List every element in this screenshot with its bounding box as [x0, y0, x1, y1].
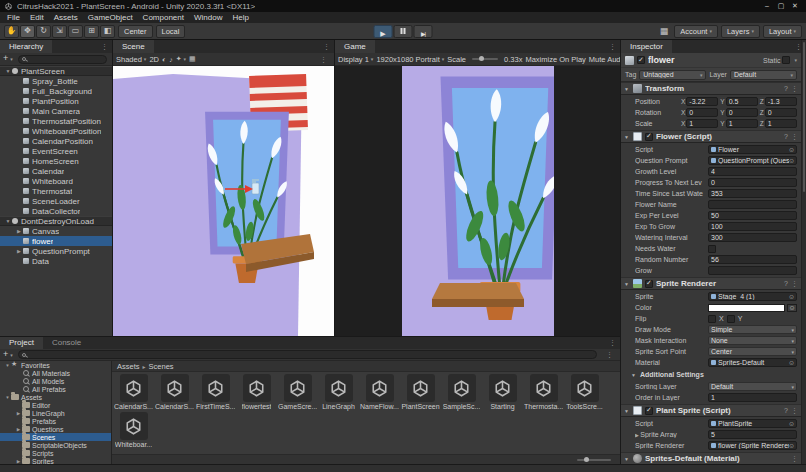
foldout-arrow-icon[interactable]: ▼ — [4, 363, 11, 368]
asset-tile[interactable]: LineGraph — [319, 374, 358, 411]
property-checkbox[interactable] — [708, 245, 716, 253]
project-menu-icon[interactable] — [602, 348, 617, 361]
plant-sprite-header[interactable]: ▼ Plant Sprite (Script) ?⋮ — [621, 404, 801, 417]
hierarchy-item[interactable]: Main Camera — [0, 106, 112, 116]
hierarchy-item[interactable]: Whiteboard — [0, 176, 112, 186]
tag-dropdown[interactable]: Untagged — [639, 70, 706, 80]
pause-button[interactable] — [394, 25, 413, 38]
property-field[interactable]: 100 — [708, 222, 797, 231]
hierarchy-item[interactable]: ▼ PlantScreen — [0, 66, 112, 76]
axis-y-field[interactable]: 0 — [726, 108, 758, 117]
axis-x-field[interactable]: -3.22 — [686, 97, 718, 106]
project-tree-item[interactable]: All Models — [0, 377, 111, 385]
static-checkbox[interactable] — [782, 56, 790, 64]
mute-audio-toggle[interactable]: Mute Audio — [589, 55, 620, 64]
asset-tile[interactable]: Thermosta... — [524, 374, 563, 411]
foldout-arrow-icon[interactable]: ▼ — [624, 86, 630, 92]
asset-tile[interactable]: Whiteboar... — [114, 412, 153, 449]
additional-settings-foldout[interactable]: ▼ Additional Settings — [621, 369, 801, 380]
project-tree-item[interactable]: All Materials — [0, 369, 111, 377]
property-field[interactable]: Default — [708, 382, 797, 391]
axis-y-field[interactable]: 0.5 — [726, 97, 758, 106]
foldout-arrow-icon[interactable]: ▼ — [4, 395, 11, 400]
material-preview-header[interactable]: ▼ Sprites-Default (Material) ⋮ — [621, 452, 801, 464]
menu-dots-icon[interactable]: ⋮ — [791, 455, 798, 463]
custom-tool-button[interactable] — [100, 25, 115, 38]
grid-visibility-icon[interactable] — [189, 55, 196, 63]
panel-menu-icon[interactable] — [319, 40, 334, 53]
tab-console[interactable]: Console — [43, 337, 90, 349]
audio-toggle-icon[interactable] — [169, 56, 173, 63]
tab-game[interactable]: Game — [335, 40, 375, 53]
axis-z-field[interactable]: 1 — [765, 119, 797, 128]
object-picker-icon[interactable] — [789, 293, 794, 300]
tab-scene[interactable]: Scene — [113, 40, 154, 53]
property-field[interactable]: Center — [708, 347, 797, 356]
menu-item[interactable]: Edit — [25, 12, 49, 23]
hand-tool-button[interactable] — [4, 25, 19, 38]
asset-tile[interactable]: NameFlow... — [360, 374, 399, 411]
hierarchy-item[interactable]: ThermostatPosition — [0, 116, 112, 126]
property-field[interactable]: None — [708, 336, 797, 345]
property-field[interactable]: 0 — [708, 178, 797, 187]
inspector-scrollbar[interactable] — [801, 40, 806, 464]
hierarchy-item[interactable]: Spray_Bottle — [0, 76, 112, 86]
asset-tile[interactable]: CalendarS... — [114, 374, 153, 411]
menu-dots-icon[interactable]: ⋮ — [791, 133, 798, 141]
close-button[interactable]: ✕ — [788, 0, 802, 12]
panel-menu-icon[interactable] — [605, 40, 620, 53]
project-tree-item[interactable]: All Prefabs — [0, 385, 111, 393]
layout-dropdown[interactable]: Layout — [763, 25, 802, 38]
asset-tile[interactable]: flowertest — [237, 374, 276, 411]
create-asset-button[interactable] — [3, 348, 13, 362]
project-tree-item[interactable]: Scripts — [0, 449, 111, 457]
project-search-input[interactable] — [18, 350, 597, 359]
space-toggle-button[interactable]: Local — [156, 25, 186, 38]
hierarchy-item[interactable]: Full_Background — [0, 86, 112, 96]
hierarchy-item[interactable]: PlantPosition — [0, 96, 112, 106]
play-button[interactable] — [374, 25, 393, 38]
panel-menu-icon[interactable] — [97, 40, 112, 53]
property-field[interactable]: 300 — [708, 233, 797, 242]
property-field[interactable]: 5 — [708, 430, 797, 439]
object-picker-icon[interactable] — [789, 146, 794, 153]
step-button[interactable] — [414, 25, 433, 38]
toggle-2d-button[interactable]: 2D — [149, 55, 159, 64]
pivot-toggle-button[interactable]: Center — [118, 25, 153, 38]
property-field[interactable]: Flower — [708, 145, 797, 154]
property-field[interactable] — [708, 266, 797, 275]
menu-item[interactable]: Help — [227, 12, 253, 23]
menu-dots-icon[interactable]: ⋮ — [791, 85, 798, 93]
object-picker-icon[interactable] — [789, 359, 794, 366]
transform-header[interactable]: ▼ Transform ?⋮ — [621, 82, 801, 95]
menu-item[interactable]: GameObject — [83, 12, 138, 23]
color-swatch[interactable] — [708, 304, 785, 312]
object-picker-icon[interactable] — [789, 157, 794, 164]
foldout-arrow-icon[interactable]: ▶ — [15, 427, 22, 432]
hierarchy-item[interactable]: WhiteboardPosition — [0, 126, 112, 136]
scene-toolbar-menu-icon[interactable] — [316, 53, 331, 66]
lighting-toggle-icon[interactable] — [162, 56, 166, 63]
aspect-ratio-dropdown[interactable]: 1920x1080 Portrait — [376, 55, 444, 64]
rect-tool-button[interactable] — [68, 25, 83, 38]
menu-dots-icon[interactable]: ⋮ — [791, 407, 798, 415]
object-picker-icon[interactable] — [789, 420, 794, 427]
property-field[interactable]: 4 — [708, 167, 797, 176]
property-field[interactable]: Sprites-Default — [708, 358, 797, 367]
breadcrumb-current[interactable]: Scenes — [149, 362, 174, 371]
menu-item[interactable]: File — [2, 12, 25, 23]
project-tree-item[interactable]: Scenes — [0, 433, 111, 441]
hierarchy-item[interactable]: SceneLoader — [0, 196, 112, 206]
property-field[interactable]: Stage_4 (1) — [708, 292, 797, 301]
hierarchy-item[interactable]: Calendar — [0, 166, 112, 176]
hierarchy-item[interactable]: HomeScreen — [0, 156, 112, 166]
help-icon[interactable]: ? — [784, 85, 788, 93]
help-icon[interactable]: ? — [784, 133, 788, 141]
property-field[interactable] — [708, 200, 797, 209]
menu-item[interactable]: Component — [138, 12, 189, 23]
asset-tile[interactable]: ToolsScre... — [565, 374, 604, 411]
flip-y-checkbox[interactable] — [727, 315, 735, 323]
project-tree-item[interactable]: ScriptableObjects — [0, 441, 111, 449]
move-tool-button[interactable] — [20, 25, 35, 38]
hierarchy-item[interactable]: flower — [0, 236, 112, 246]
